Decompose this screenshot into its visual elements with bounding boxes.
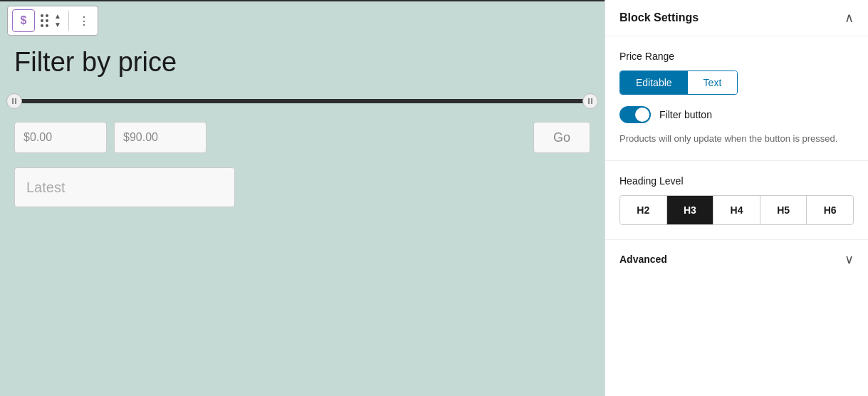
collapse-icon[interactable]: ∧ <box>845 10 854 26</box>
toggle-knob <box>635 108 649 122</box>
heading-level-section: Heading Level H2 H3 H4 H5 H6 <box>605 161 868 240</box>
filter-button-toggle-row: Filter button <box>619 95 854 129</box>
heading-h5[interactable]: H5 <box>760 196 807 224</box>
price-range-label: Price Range <box>619 51 854 62</box>
canvas-area: $ ▲ ▼ ⋮ Filter by price <box>0 0 605 396</box>
price-min-input[interactable]: $0.00 <box>14 122 107 153</box>
heading-level-label: Heading Level <box>619 175 854 187</box>
filter-button-toggle[interactable] <box>619 106 651 123</box>
heading-h6[interactable]: H6 <box>807 196 853 224</box>
slider-thumb-left[interactable] <box>6 93 22 109</box>
panel-header: Block Settings ∧ <box>605 0 868 36</box>
move-arrows[interactable]: ▲ ▼ <box>54 13 61 28</box>
heading-h4[interactable]: H4 <box>713 196 760 224</box>
advanced-row: Advanced ∨ <box>605 240 868 278</box>
expand-icon[interactable]: ∨ <box>845 251 854 267</box>
more-options-button[interactable]: ⋮ <box>76 12 93 29</box>
advanced-label: Advanced <box>619 254 667 265</box>
price-max-input[interactable]: $90.00 <box>114 122 206 153</box>
settings-panel: Block Settings ∧ Price Range Editable Te… <box>605 0 868 396</box>
heading-level-grid: H2 H3 H4 H5 H6 <box>619 195 854 225</box>
thumb-inner-right <box>588 98 592 104</box>
block-toolbar: $ ▲ ▼ ⋮ <box>7 6 605 36</box>
top-divider <box>0 0 605 1</box>
go-button[interactable]: Go <box>533 122 590 153</box>
thumb-inner-left <box>12 98 16 104</box>
slider-track[interactable] <box>14 99 590 103</box>
filter-by-price-heading: Filter by price <box>0 36 605 92</box>
drag-handle[interactable] <box>39 13 50 28</box>
price-slider-container <box>0 92 605 110</box>
price-range-toggle-group: Editable Text <box>619 71 738 95</box>
heading-h3[interactable]: H3 <box>667 196 714 224</box>
slider-thumb-right[interactable] <box>582 93 598 109</box>
heading-h2[interactable]: H2 <box>620 196 667 224</box>
price-block-icon[interactable]: $ <box>12 9 35 32</box>
toolbar-separator <box>68 11 69 31</box>
filter-button-description: Products will only update when the butto… <box>619 132 854 146</box>
panel-title: Block Settings <box>619 11 699 24</box>
filter-button-label: Filter button <box>659 109 712 120</box>
toolbar-group: $ ▲ ▼ ⋮ <box>7 6 98 36</box>
price-range-section: Price Range Editable Text Filter button … <box>605 36 868 161</box>
price-inputs-row: $0.00 $90.00 Go <box>0 122 605 153</box>
sort-dropdown[interactable]: Latest <box>14 167 235 207</box>
editable-button[interactable]: Editable <box>620 71 688 94</box>
text-button[interactable]: Text <box>688 71 738 94</box>
